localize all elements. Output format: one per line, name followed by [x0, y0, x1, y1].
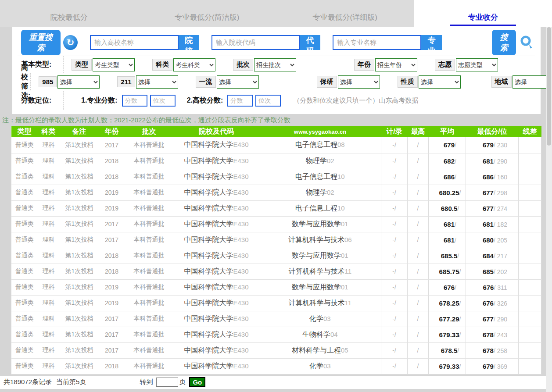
filter-group-性质: 性质选择 [398, 75, 461, 89]
column-header: 最低分/位 [466, 126, 519, 137]
tab-major-min-score-simple[interactable]: 专业最低分(简洁版) [138, 0, 276, 27]
school-name: 中国科学院大学 [184, 141, 233, 148]
major-search-button[interactable]: 专业 [421, 35, 442, 50]
average-suffix: / [457, 253, 459, 260]
school-code: E430 [233, 267, 248, 275]
school-code: E430 [233, 236, 248, 243]
major-code: 01 [341, 283, 348, 291]
code-search-button[interactable]: 代码 [300, 35, 321, 50]
cell-subject: 理科 [38, 232, 60, 248]
cell-type: 普通类 [11, 216, 38, 232]
cell-highest: / [408, 153, 429, 169]
filter-select-211[interactable]: 选择 [136, 75, 178, 89]
cell-subject: 理科 [38, 279, 60, 295]
major-name: 数学与应用数学 [292, 283, 341, 291]
major-rank-input[interactable] [150, 95, 176, 107]
cell-year: 2017 [99, 216, 125, 232]
column-header: 类型 [11, 126, 38, 137]
cell-lowest: 686/ 160 [466, 169, 519, 185]
filter-select-科类[interactable]: 考生科类 [173, 58, 215, 71]
cell-line-diff [519, 137, 541, 153]
filter-select-985[interactable]: 选择 [57, 75, 100, 89]
major-code: 05 [341, 346, 348, 354]
cell-average: 679/ [429, 137, 466, 153]
filter-tag-label: 批次 [233, 59, 253, 71]
tab-major-min-score-detailed[interactable]: 专业最低分(详细版) [276, 0, 414, 27]
pagination-bar: 共189072条记录 当前第5页 转到 页 Go [0, 376, 552, 389]
school-name-input[interactable] [90, 35, 179, 50]
filter-tag-label: 一流 [196, 76, 216, 88]
school-code: E430 [233, 157, 248, 164]
cell-remark: 第1次投档 [60, 232, 99, 248]
cell-type: 普通类 [11, 342, 38, 358]
cell-school: 中国科学院大学E430 [174, 185, 259, 200]
cell-lowest: 678/ 258 [466, 342, 519, 358]
filter-select-一流[interactable]: 选择 [217, 75, 259, 89]
average-suffix: / [459, 331, 461, 339]
filter-select-批次[interactable]: 招生批次 [254, 58, 296, 71]
school-code: E430 [233, 362, 248, 370]
filter-select-保研[interactable]: 选择 [338, 75, 380, 89]
cell-highest: / [408, 279, 429, 295]
cell-line-diff [519, 169, 541, 185]
cell-batch: 本科普通批 [125, 200, 174, 216]
cell-average: 682/ [429, 153, 466, 169]
filter-select-性质[interactable]: 选择 [419, 75, 461, 89]
cell-major: 计算机科学与技术06 [259, 232, 381, 248]
column-header: www.ysygaokao.cn [259, 126, 381, 137]
major-code: 10 [337, 204, 345, 212]
school-code: E430 [233, 141, 248, 148]
scrollbar-thumb[interactable] [547, 27, 551, 146]
major-code: 01 [341, 220, 348, 228]
major-score-group-label: 1.专业分数: [81, 96, 118, 105]
filter-select-志愿[interactable]: 志愿类型 [456, 58, 498, 71]
school-score-input[interactable] [227, 95, 253, 107]
cell-school: 中国科学院大学E430 [174, 200, 259, 216]
filter-group-地域: 地域选择 [491, 75, 552, 89]
major-name: 电子信息工程 [295, 173, 337, 180]
cell-highest: / [408, 311, 429, 327]
go-button[interactable]: Go [189, 377, 205, 387]
major-code: 01 [341, 252, 348, 259]
reset-search-button[interactable]: 重置搜索 [21, 30, 61, 55]
page-number-input[interactable] [156, 378, 178, 387]
cell-average: 685.75/ [429, 264, 466, 279]
filter-tag-label: 志愿 [435, 59, 455, 71]
major-code: 04 [330, 331, 338, 338]
cell-major: 计算机科学与技术11 [259, 295, 381, 311]
scrollbar-track[interactable] [546, 27, 552, 392]
average-suffix: / [455, 221, 456, 228]
magnifier-icon[interactable] [519, 34, 535, 51]
cell-batch: 本科普通批 [125, 279, 174, 295]
cell-batch: 本科普通批 [125, 169, 174, 185]
search-button[interactable]: 搜索 [492, 30, 516, 55]
cell-lowest: 676/ 326 [466, 295, 519, 311]
cell-subject: 理科 [38, 311, 60, 327]
school-rank-input[interactable] [255, 95, 281, 107]
filter-select-年份[interactable]: 招生年份 [375, 58, 417, 71]
table-row: 普通类理科第1次投档2019本科普通批中国科学院大学E430电子信息工程10-/… [11, 200, 541, 216]
cell-subject: 理科 [38, 216, 60, 232]
average-suffix: / [459, 300, 461, 307]
school-code-input[interactable] [211, 35, 300, 50]
cell-major: 物理学02 [259, 185, 381, 200]
cell-batch: 本科普通批 [125, 358, 174, 374]
tab-major-admission-score[interactable]: 专业收分 [414, 0, 552, 27]
cell-remark: 第1次投档 [60, 327, 99, 342]
cell-year: 2019 [99, 279, 125, 295]
cell-batch: 本科普通批 [125, 311, 174, 327]
lowest-rank: / 290 [494, 316, 507, 323]
refresh-icon[interactable]: ↻ [63, 35, 78, 50]
score-hint-text: （分数和位次建议只填一个）山东高考数据 [293, 96, 418, 105]
school-search-button[interactable]: 院校 [179, 35, 199, 50]
cell-line-diff [519, 279, 541, 295]
cell-school: 中国科学院大学E430 [174, 137, 259, 153]
cell-major: 数学与应用数学01 [259, 248, 381, 264]
cell-subject: 理科 [38, 295, 60, 311]
major-name-input[interactable] [333, 35, 421, 50]
tab-label: 院校最低分 [50, 12, 88, 22]
filter-group-985: 985选择 [39, 75, 100, 89]
major-score-input[interactable] [122, 95, 147, 107]
tab-school-min-score[interactable]: 院校最低分 [0, 0, 138, 27]
filter-select-类型[interactable]: 考生类型 [93, 58, 135, 71]
